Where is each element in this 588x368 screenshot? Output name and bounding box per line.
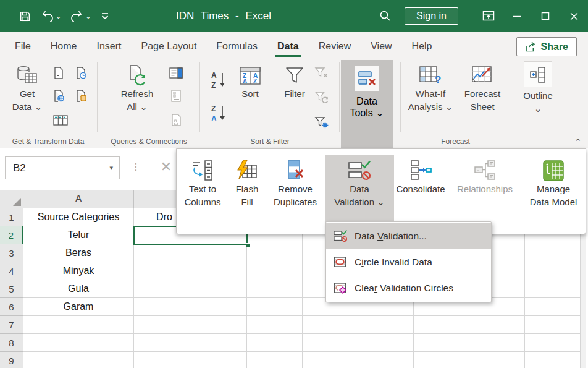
search-icon[interactable] [376, 7, 395, 25]
existing-connections-button[interactable] [73, 88, 89, 104]
remove-duplicates-button[interactable]: Remove Duplicates [266, 155, 325, 234]
row-header-2[interactable]: 2 [0, 226, 23, 244]
cell-a6[interactable]: Garam [23, 298, 134, 316]
cell-a9[interactable] [23, 352, 134, 368]
get-data-button[interactable]: Get Data ⌄ [7, 61, 47, 113]
sort-za-button[interactable]: ZA [209, 103, 230, 124]
row-header-8[interactable]: 8 [0, 334, 23, 352]
cell-a7[interactable] [23, 316, 134, 334]
cell[interactable] [414, 316, 469, 334]
name-box[interactable]: B2 ▾ [5, 156, 120, 179]
sign-in-button[interactable]: Sign in [405, 7, 458, 25]
tab-data[interactable]: Data [267, 35, 309, 58]
cell-b8[interactable] [134, 334, 247, 352]
redo-button[interactable]: ⌄ [67, 7, 93, 25]
cell-b4[interactable] [134, 262, 247, 280]
cell[interactable] [303, 352, 358, 368]
row-header-1[interactable]: 1 [0, 208, 23, 226]
ribbon-display-options-button[interactable] [474, 0, 503, 32]
sort-az-button[interactable]: AZ [209, 70, 230, 91]
cell[interactable] [247, 244, 303, 262]
outline-button[interactable]: Outline ⌄ [516, 61, 560, 115]
row-header-9[interactable]: 9 [0, 352, 23, 368]
tab-home[interactable]: Home [41, 35, 87, 58]
row-header-5[interactable]: 5 [0, 280, 23, 298]
cell[interactable] [247, 298, 303, 316]
cell[interactable] [358, 316, 414, 334]
customize-qat-button[interactable] [97, 9, 113, 24]
flash-fill-button[interactable]: Flash Fill [229, 155, 266, 234]
from-text-csv-button[interactable] [51, 65, 67, 81]
caret-down-icon[interactable]: ▾ [109, 164, 113, 172]
cell[interactable] [525, 352, 581, 368]
cell-b9[interactable] [134, 352, 247, 368]
refresh-all-button[interactable]: Refresh All ⌄ [112, 61, 162, 113]
what-if-analysis-button[interactable]: ? What-If Analysis ⌄ [403, 61, 458, 113]
cell[interactable] [303, 334, 358, 352]
cell[interactable] [303, 316, 358, 334]
cell[interactable] [525, 334, 581, 352]
cell-a1[interactable]: Source Categories [23, 208, 134, 226]
cell-b7[interactable] [134, 316, 247, 334]
filter-button[interactable]: Filter [276, 61, 313, 100]
tab-review[interactable]: Review [309, 35, 361, 58]
manage-data-model-button[interactable]: Manage Data Model [523, 155, 584, 234]
tab-insert[interactable]: Insert [86, 35, 131, 58]
cell[interactable] [469, 316, 525, 334]
undo-button[interactable]: ⌄ [38, 7, 64, 25]
tab-formulas[interactable]: Formulas [206, 35, 267, 58]
cell-a8[interactable] [23, 334, 134, 352]
cell[interactable] [525, 244, 581, 262]
cell[interactable] [414, 352, 469, 368]
cell[interactable] [525, 262, 581, 280]
row-header-3[interactable]: 3 [0, 244, 23, 262]
forecast-sheet-button[interactable]: Forecast Sheet [457, 61, 508, 113]
minimize-button[interactable] [503, 0, 531, 32]
menu-item-data-validation[interactable]: Data Validation... [326, 223, 491, 249]
cell-b5[interactable] [134, 280, 247, 298]
cell-a3[interactable]: Beras [23, 244, 134, 262]
cell-a2[interactable]: Telur [23, 226, 134, 244]
cell[interactable] [414, 334, 469, 352]
menu-item-circle-invalid-data[interactable]: Circle Invalid Data [326, 249, 491, 275]
cell[interactable] [469, 352, 525, 368]
row-header-4[interactable]: 4 [0, 262, 23, 280]
cell[interactable] [358, 334, 414, 352]
cell[interactable] [525, 316, 581, 334]
sort-button[interactable]: ZAAZ Sort [233, 61, 267, 100]
cell[interactable] [469, 334, 525, 352]
queries-connections-button[interactable] [168, 65, 184, 81]
data-tools-button[interactable]: Data Tools ⌄ [341, 60, 393, 148]
cell[interactable] [247, 316, 303, 334]
cell-b6[interactable] [134, 298, 247, 316]
cell-a4[interactable]: Minyak [23, 262, 134, 280]
tab-view[interactable]: View [361, 35, 401, 58]
save-button[interactable] [16, 7, 34, 25]
tab-page-layout[interactable]: Page Layout [131, 35, 206, 58]
cell[interactable] [247, 334, 303, 352]
cell[interactable] [525, 280, 581, 298]
cell[interactable] [247, 262, 303, 280]
cell[interactable] [247, 280, 303, 298]
column-header-a[interactable]: A [23, 190, 134, 208]
cell[interactable] [525, 298, 581, 316]
select-all-corner[interactable] [0, 190, 23, 208]
text-to-columns-button[interactable]: Text to Columns [177, 155, 229, 234]
cell[interactable] [358, 352, 414, 368]
recent-sources-button[interactable] [73, 65, 89, 81]
close-button[interactable] [560, 0, 588, 32]
share-button[interactable]: Share [516, 37, 577, 56]
from-table-range-button[interactable] [51, 112, 70, 128]
cell-a5[interactable]: Gula [23, 280, 134, 298]
from-web-button[interactable] [51, 88, 67, 104]
collapse-ribbon-button[interactable]: ⌃ [574, 137, 582, 147]
tab-file[interactable]: File [5, 35, 41, 58]
tab-help[interactable]: Help [402, 35, 442, 58]
row-header-6[interactable]: 6 [0, 298, 23, 316]
cell-b3[interactable] [134, 244, 247, 262]
row-header-7[interactable]: 7 [0, 316, 23, 334]
fill-handle[interactable] [246, 243, 250, 247]
cell[interactable] [247, 352, 303, 368]
maximize-button[interactable] [531, 0, 560, 32]
menu-item-clear-validation-circles[interactable]: Clear Validation Circles [326, 275, 491, 301]
